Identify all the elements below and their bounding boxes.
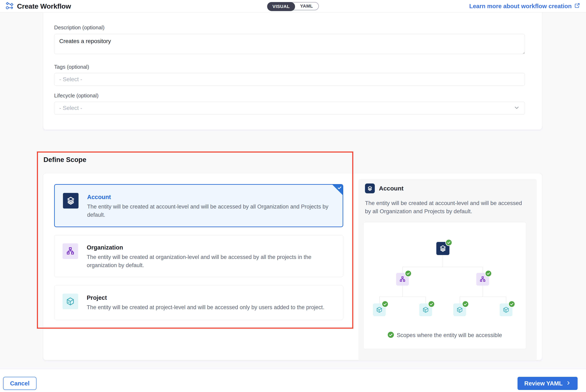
scope-option-organization[interactable]: Organization The entity will be created … (54, 235, 343, 277)
layers-icon (63, 193, 78, 208)
scope-preview-panel: Account The entity will be created at ac… (358, 179, 537, 360)
toggle-yaml[interactable]: YAML (295, 2, 318, 10)
scope-option-account[interactable]: Account The entity will be created at ac… (54, 184, 343, 227)
check-badge-icon (388, 332, 394, 339)
scope-diagram: Scopes where the entity will be accessib… (363, 222, 526, 349)
org-chart-icon (62, 243, 78, 259)
preview-description: The entity will be created at account-le… (365, 199, 529, 216)
lifecycle-label: Lifecycle (optional) (54, 92, 98, 99)
cube-icon (62, 294, 78, 309)
check-badge-icon (382, 300, 388, 308)
check-badge-icon (428, 300, 435, 308)
scope-option-description: The entity will be created at project-le… (87, 303, 324, 312)
lifecycle-placeholder: - Select - (59, 105, 82, 111)
toggle-visual[interactable]: VISUAL (267, 2, 295, 11)
scope-option-description: The entity will be created at organizati… (87, 253, 335, 270)
check-badge-icon (445, 239, 452, 246)
review-yaml-button[interactable]: Review YAML (518, 377, 578, 390)
diagram-org-node (396, 273, 409, 286)
diagram-project-node (373, 304, 386, 316)
footer-bar: Cancel Review YAML (0, 369, 586, 392)
diagram-project-node (500, 304, 512, 316)
scope-option-title: Project (87, 294, 324, 301)
diagram-account-node (436, 242, 450, 255)
diagram-legend: Scopes where the entity will be accessib… (364, 332, 526, 339)
diagram-project-node (453, 304, 466, 316)
description-label: Description (optional) (54, 24, 104, 31)
scope-option-title: Organization (87, 244, 335, 251)
top-header: Create Workflow VISUAL YAML Learn more a… (0, 0, 586, 12)
cancel-button[interactable]: Cancel (3, 377, 36, 390)
workflow-form-card: Description (optional) Creates a reposit… (43, 12, 542, 130)
lifecycle-select[interactable]: - Select - (54, 102, 525, 114)
check-badge-icon (405, 270, 412, 277)
tags-label: Tags (optional) (54, 64, 89, 70)
define-scope-section: Account The entity will be created at ac… (43, 173, 542, 360)
chevron-right-icon (566, 380, 571, 387)
preview-title: Account (379, 185, 404, 192)
workflow-icon (5, 2, 14, 11)
scope-option-title: Account (87, 194, 334, 200)
diagram-org-node (476, 273, 489, 286)
page-title: Create Workflow (17, 2, 71, 10)
define-scope-heading: Define Scope (44, 156, 86, 164)
diagram-project-node (419, 304, 432, 316)
tags-input[interactable] (54, 73, 525, 86)
legend-text: Scopes where the entity will be accessib… (397, 332, 502, 338)
learn-more-link[interactable]: Learn more about workflow creation (469, 0, 580, 12)
visual-yaml-toggle: VISUAL YAML (267, 2, 319, 10)
check-icon (337, 185, 342, 191)
check-badge-icon (485, 270, 492, 277)
scope-option-description: The entity will be created at account-le… (87, 202, 334, 219)
description-textarea[interactable]: Creates a repository (54, 34, 525, 54)
layers-icon (365, 184, 375, 193)
chevron-down-icon (514, 104, 520, 112)
check-badge-icon (462, 300, 469, 308)
external-link-icon (574, 2, 580, 10)
scope-option-project[interactable]: Project The entity will be created at pr… (54, 285, 343, 320)
check-badge-icon (508, 300, 515, 308)
